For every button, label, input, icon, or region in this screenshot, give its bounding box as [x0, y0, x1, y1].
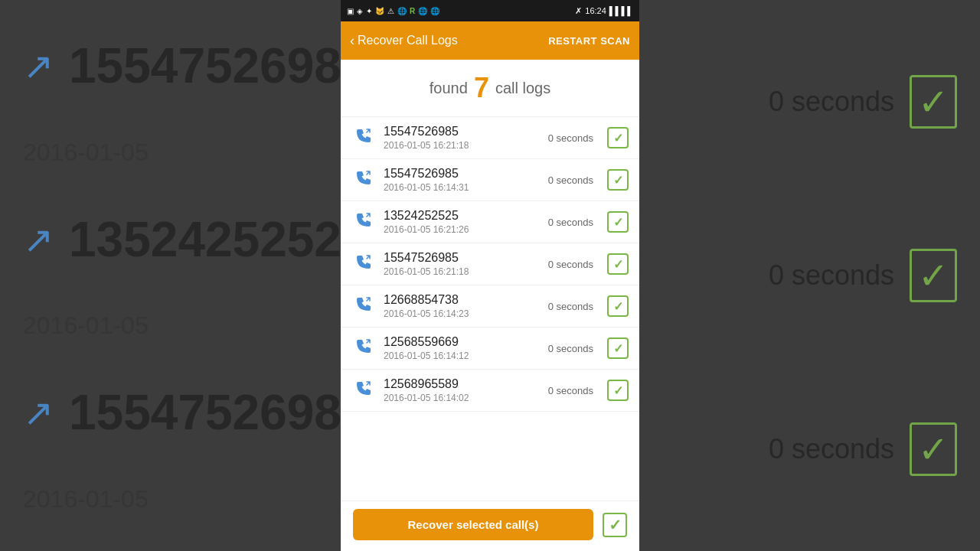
call-type-icon: [354, 379, 373, 402]
call-duration: 0 seconds: [548, 385, 593, 396]
bg-right: 0 seconds ✓ 0 seconds ✓ 0 seconds ✓: [638, 0, 980, 551]
call-icon-wrap: [351, 168, 376, 192]
call-duration: 0 seconds: [548, 259, 593, 270]
found-banner: found 7 call logs: [341, 60, 639, 117]
call-checkbox[interactable]: ✓: [607, 211, 629, 233]
call-checkbox[interactable]: ✓: [607, 169, 629, 191]
call-checkbox[interactable]: ✓: [607, 127, 629, 148]
status-left: ▣ ◈ ✦ 🐱 ⚠ 🌐 R 🌐 🌐: [347, 7, 439, 15]
restart-scan-button[interactable]: RESTART SCAN: [548, 35, 630, 47]
call-date: 2016-01-05 16:21:18: [384, 140, 541, 151]
app-icon-1: 🐱: [375, 7, 384, 15]
call-icon-wrap: [351, 126, 376, 150]
status-bar: ▣ ◈ ✦ 🐱 ⚠ 🌐 R 🌐 🌐 ✗ 16:24 ▌▌▌▌: [341, 0, 639, 21]
bg-call-icon-2: ↗: [23, 218, 54, 261]
call-checkbox[interactable]: ✓: [607, 295, 629, 317]
call-duration: 0 seconds: [548, 217, 593, 228]
call-date: 2016-01-05 16:14:02: [384, 393, 541, 403]
call-date: 2016-01-05 16:14:12: [384, 350, 541, 361]
bg-seconds-3: 0 seconds: [769, 433, 894, 465]
found-count: 7: [474, 72, 489, 104]
back-chevron-icon: ‹: [350, 33, 354, 49]
call-type-icon: [354, 168, 373, 191]
bg-row-date-2: 2016-01-05: [23, 311, 319, 340]
call-date: 2016-01-05 16:14:23: [384, 308, 541, 319]
call-log-item[interactable]: 12568559669 2016-01-05 16:14:12 0 second…: [341, 328, 639, 370]
battery-icon: ▌▌▌▌: [609, 6, 633, 15]
call-checkbox[interactable]: ✓: [607, 380, 629, 401]
call-date: 2016-01-05 16:21:26: [384, 224, 541, 235]
call-duration: 0 seconds: [548, 301, 593, 312]
mute-icon: ✗: [575, 6, 582, 16]
call-number: 12568965589: [384, 377, 541, 391]
bg-seconds-2: 0 seconds: [769, 259, 894, 292]
bg-number-3: 15547526985: [69, 384, 369, 441]
call-number: 15547526985: [384, 167, 541, 181]
call-log-item[interactable]: 12668854738 2016-01-05 16:14:23 0 second…: [341, 285, 639, 328]
call-log-item[interactable]: 15547526985 2016-01-05 16:14:31 0 second…: [341, 159, 639, 201]
call-number: 15547526985: [384, 125, 541, 139]
main-content: found 7 call logs 15547526985 2016-01-05…: [341, 60, 639, 551]
bg-check-2: ✓: [910, 249, 957, 302]
call-duration: 0 seconds: [548, 132, 593, 144]
call-icon-wrap: [351, 252, 376, 276]
bg-date-1: 2016-01-05: [23, 139, 149, 167]
bg-check-1: ✓: [910, 75, 957, 129]
call-log-item[interactable]: 12568965589 2016-01-05 16:14:02 0 second…: [341, 370, 639, 412]
call-info: 15547526985 2016-01-05 16:21:18: [384, 251, 541, 277]
call-log-list[interactable]: 15547526985 2016-01-05 16:21:18 0 second…: [341, 117, 639, 500]
call-number: 13524252525: [384, 209, 541, 223]
bg-date-3: 2016-01-05: [23, 485, 149, 514]
bg-number-1: 15547526985: [69, 37, 369, 94]
call-number: 12668854738: [384, 293, 541, 307]
sim-icon: ▣: [347, 7, 354, 15]
clock: 16:24: [585, 6, 606, 15]
call-date: 2016-01-05 16:14:31: [384, 182, 541, 193]
call-duration: 0 seconds: [548, 174, 593, 186]
select-all-check[interactable]: ✓: [603, 513, 627, 537]
call-icon-wrap: [351, 378, 376, 403]
bg-left: ↗ 15547526985 2016-01-05 ↗ 13524252525 2…: [0, 0, 342, 551]
wifi-icon: ◈: [357, 7, 363, 15]
bg-row-2: ↗ 13524252525: [23, 211, 319, 268]
call-checkbox[interactable]: ✓: [607, 337, 629, 359]
app-icon-3: R: [410, 7, 415, 15]
bg-date-2: 2016-01-05: [23, 311, 149, 340]
found-prefix: found: [430, 80, 468, 97]
call-number: 15547526985: [384, 251, 541, 265]
call-icon-wrap: [351, 294, 376, 318]
app-header: ‹ Recover Call Logs RESTART SCAN: [341, 21, 639, 60]
call-date: 2016-01-05 16:21:18: [384, 266, 541, 277]
bg-number-2: 13524252525: [69, 211, 369, 268]
app-icon-4: 🌐: [418, 7, 427, 15]
bg-call-icon-3: ↗: [23, 391, 54, 434]
call-type-icon: [354, 126, 373, 149]
call-log-item[interactable]: 15547526985 2016-01-05 16:21:18 0 second…: [341, 117, 639, 159]
call-duration: 0 seconds: [548, 343, 593, 354]
call-type-icon: [354, 295, 373, 318]
call-info: 12568965589 2016-01-05 16:14:02: [384, 377, 541, 403]
call-info: 13524252525 2016-01-05 16:21:26: [384, 209, 541, 235]
call-number: 12568559669: [384, 335, 541, 349]
bg-seconds-1: 0 seconds: [769, 86, 894, 118]
recover-selected-button[interactable]: Recover selected call(s): [353, 509, 593, 540]
app-icon-2: 🌐: [397, 7, 407, 15]
header-title: Recover Call Logs: [358, 34, 458, 47]
call-icon-wrap: [351, 336, 376, 360]
bg-row-date-1: 2016-01-05: [23, 139, 319, 167]
bg-row-3: ↗ 15547526985: [23, 384, 319, 441]
bottom-bar: Recover selected call(s) ✓: [341, 500, 639, 551]
call-info: 12668854738 2016-01-05 16:14:23: [384, 293, 541, 319]
bg-row-1: ↗ 15547526985: [23, 37, 319, 94]
call-checkbox[interactable]: ✓: [607, 253, 629, 275]
back-button[interactable]: ‹ Recover Call Logs: [350, 33, 458, 49]
bg-row-date-3: 2016-01-05: [23, 485, 319, 514]
call-type-icon: [354, 337, 373, 360]
signal-icon: ✦: [366, 7, 372, 15]
call-log-item[interactable]: 13524252525 2016-01-05 16:21:26 0 second…: [341, 201, 639, 243]
bg-right-row-3: 0 seconds ✓: [661, 422, 957, 476]
call-icon-wrap: [351, 210, 376, 234]
call-log-item[interactable]: 15547526985 2016-01-05 16:21:18 0 second…: [341, 243, 639, 285]
call-type-icon: [354, 210, 373, 233]
call-info: 12568559669 2016-01-05 16:14:12: [384, 335, 541, 361]
